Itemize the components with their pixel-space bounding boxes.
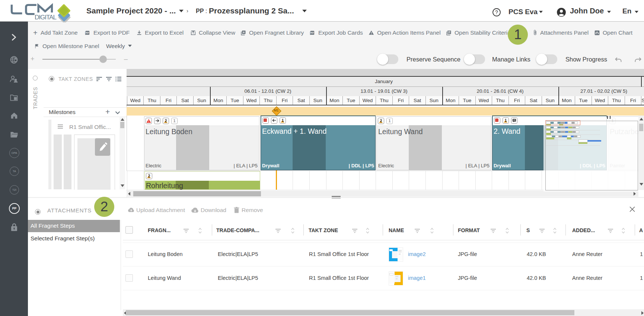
svg-text:PDF: PDF bbox=[310, 32, 314, 34]
svg-text:?: ? bbox=[495, 9, 498, 15]
svg-text:DIGITAL: DIGITAL bbox=[35, 13, 57, 21]
svg-text:PDF: PDF bbox=[86, 32, 89, 34]
